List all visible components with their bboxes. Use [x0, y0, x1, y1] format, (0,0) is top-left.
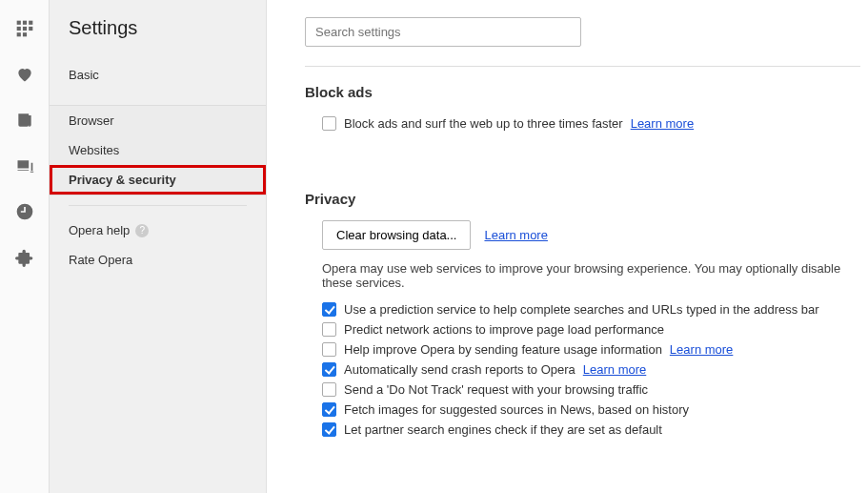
settings-sidebar: Settings Basic Browser Websites Privacy …	[50, 0, 267, 493]
privacy-option-learn-more-link[interactable]: Learn more	[583, 362, 646, 377]
page-title: Settings	[50, 17, 266, 58]
privacy-option-checkbox[interactable]	[322, 422, 336, 437]
privacy-options-list: Use a prediction service to help complet…	[305, 299, 860, 440]
privacy-option-checkbox[interactable]	[322, 362, 336, 377]
privacy-option-label: Send a 'Do Not Track' request with your …	[344, 382, 648, 397]
svg-rect-3	[16, 27, 20, 31]
left-rail	[0, 0, 50, 493]
privacy-option-checkbox[interactable]	[322, 382, 336, 397]
privacy-description: Opera may use web services to improve yo…	[305, 261, 860, 290]
block-ads-label: Block ads and surf the web up to three t…	[344, 116, 623, 131]
privacy-option-learn-more-link[interactable]: Learn more	[670, 342, 733, 357]
sidebar-group: Browser Websites Privacy & security	[50, 105, 266, 195]
sidebar-item-rate-opera[interactable]: Rate Opera	[69, 245, 247, 275]
block-ads-learn-more-link[interactable]: Learn more	[631, 116, 694, 131]
svg-rect-4	[22, 27, 26, 31]
privacy-option-label: Use a prediction service to help complet…	[344, 302, 819, 317]
clear-browsing-row: Clear browsing data... Learn more	[305, 220, 860, 250]
privacy-option-row[interactable]: Use a prediction service to help complet…	[305, 299, 860, 319]
help-icon: ?	[135, 224, 149, 237]
history-icon[interactable]	[15, 202, 34, 221]
clear-browsing-data-button[interactable]: Clear browsing data...	[322, 220, 471, 250]
sidebar-item-websites[interactable]: Websites	[50, 135, 266, 165]
sync-icon[interactable]	[15, 156, 34, 175]
privacy-option-label: Predict network actions to improve page …	[344, 322, 664, 337]
section-title-privacy: Privacy	[305, 191, 860, 207]
svg-rect-0	[16, 21, 20, 25]
privacy-option-row[interactable]: Help improve Opera by sending feature us…	[305, 339, 860, 359]
privacy-option-checkbox[interactable]	[322, 342, 336, 357]
block-ads-checkbox[interactable]	[322, 116, 336, 131]
svg-rect-1	[22, 21, 26, 25]
svg-rect-5	[29, 27, 32, 31]
privacy-option-row[interactable]: Automatically send crash reports to Oper…	[305, 359, 860, 380]
privacy-option-row[interactable]: Fetch images for suggested sources in Ne…	[305, 400, 860, 420]
sidebar-item-label: Opera help	[69, 223, 130, 237]
section-title-block-ads: Block ads	[305, 84, 860, 100]
privacy-option-row[interactable]: Predict network actions to improve page …	[305, 319, 860, 339]
news-icon[interactable]	[15, 111, 34, 130]
privacy-option-row[interactable]: Let partner search engines check if they…	[305, 420, 860, 440]
privacy-option-checkbox[interactable]	[322, 302, 336, 317]
svg-rect-6	[16, 32, 20, 36]
settings-main: Block ads Block ads and surf the web up …	[267, 0, 868, 493]
block-ads-row[interactable]: Block ads and surf the web up to three t…	[305, 113, 860, 134]
search-settings-input[interactable]	[305, 17, 581, 47]
heart-icon[interactable]	[15, 65, 34, 84]
sidebar-item-privacy-security[interactable]: Privacy & security	[50, 165, 266, 195]
svg-rect-2	[29, 21, 32, 25]
sidebar-help-group: Opera help ? Rate Opera	[69, 205, 247, 275]
sidebar-item-opera-help[interactable]: Opera help ?	[69, 216, 247, 245]
privacy-option-label: Let partner search engines check if they…	[344, 422, 662, 437]
privacy-option-label: Help improve Opera by sending feature us…	[344, 342, 662, 357]
privacy-option-label: Fetch images for suggested sources in Ne…	[344, 402, 689, 417]
sidebar-item-basic[interactable]: Basic	[50, 58, 266, 105]
privacy-learn-more-link[interactable]: Learn more	[484, 228, 547, 242]
divider	[305, 66, 860, 67]
sidebar-item-browser[interactable]: Browser	[50, 106, 266, 135]
privacy-option-label: Automatically send crash reports to Oper…	[344, 362, 575, 377]
extensions-icon[interactable]	[15, 248, 34, 267]
privacy-option-row[interactable]: Send a 'Do Not Track' request with your …	[305, 380, 860, 400]
privacy-option-checkbox[interactable]	[322, 402, 336, 417]
svg-rect-7	[22, 32, 26, 36]
speed-dial-icon[interactable]	[15, 19, 34, 38]
privacy-option-checkbox[interactable]	[322, 322, 336, 337]
